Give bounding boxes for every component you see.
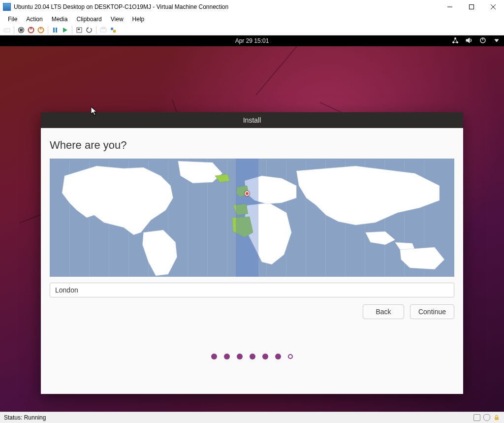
svg-rect-5 <box>5 30 6 30</box>
continue-button[interactable]: Continue <box>410 304 454 319</box>
timezone-input[interactable] <box>50 283 454 297</box>
location-pin-icon <box>245 191 250 196</box>
installer-heading: Where are you? <box>50 139 454 152</box>
shut-down-button[interactable] <box>27 26 35 34</box>
volume-icon[interactable] <box>466 37 472 45</box>
installer-title-bar: Install <box>41 112 463 128</box>
close-button[interactable] <box>482 0 504 14</box>
revert-button[interactable] <box>85 26 93 34</box>
host-title-bar: Ubuntu 20.04 LTS Desktop on DESKTOP-C1O1… <box>0 0 504 14</box>
svg-rect-17 <box>78 29 80 30</box>
back-button[interactable]: Back <box>363 304 404 319</box>
progress-dot <box>262 354 268 359</box>
svg-rect-22 <box>113 30 116 33</box>
menu-clipboard[interactable]: Clipboard <box>72 15 105 24</box>
svg-rect-31 <box>495 417 499 420</box>
start-button[interactable] <box>61 26 69 34</box>
checkpoint-button[interactable] <box>75 26 83 34</box>
clock-label[interactable]: Apr 29 15:01 <box>235 37 269 44</box>
gnome-status-area[interactable] <box>452 35 500 46</box>
window-title: Ubuntu 20.04 LTS Desktop on DESKTOP-C1O1… <box>14 3 228 10</box>
progress-dot <box>224 354 230 359</box>
menu-file[interactable]: File <box>4 15 21 24</box>
vmconnect-icon <box>3 3 11 11</box>
disk-icon <box>473 414 480 421</box>
svg-rect-4 <box>4 29 10 32</box>
svg-marker-29 <box>495 39 499 42</box>
network-icon[interactable] <box>452 37 459 45</box>
host-toolbar <box>0 25 504 35</box>
menu-help[interactable]: Help <box>128 15 149 24</box>
menu-action[interactable]: Action <box>22 15 46 24</box>
chevron-down-icon[interactable] <box>493 37 500 45</box>
minimize-button[interactable] <box>439 0 461 14</box>
svg-rect-19 <box>100 28 106 32</box>
timezone-map[interactable] <box>50 159 454 277</box>
share-button[interactable] <box>109 26 117 34</box>
progress-dots <box>50 319 454 394</box>
progress-dot <box>275 354 281 359</box>
svg-rect-6 <box>6 30 7 30</box>
installer-title: Install <box>243 116 261 124</box>
svg-rect-14 <box>56 28 57 33</box>
selected-timezone-band <box>236 159 258 277</box>
gnome-top-bar: Apr 29 15:01 <box>0 35 504 46</box>
svg-rect-21 <box>111 28 113 30</box>
turn-off-button[interactable] <box>17 26 25 34</box>
svg-marker-15 <box>63 28 67 33</box>
host-menu-bar: File Action Media Clipboard View Help <box>0 14 504 25</box>
progress-dot-current <box>288 354 293 359</box>
svg-rect-1 <box>470 5 474 9</box>
enhanced-session-button[interactable] <box>99 26 107 34</box>
menu-media[interactable]: Media <box>48 15 72 24</box>
progress-dot <box>211 354 217 359</box>
pause-button[interactable] <box>51 26 59 34</box>
vm-viewport[interactable]: Apr 29 15:01 Install Where are you? <box>0 35 504 412</box>
installer-window: Install Where are you? <box>41 112 463 394</box>
svg-marker-26 <box>466 38 470 43</box>
svg-rect-8 <box>20 29 23 32</box>
menu-view[interactable]: View <box>107 15 127 24</box>
save-button[interactable] <box>37 26 45 34</box>
mouse-icon <box>483 414 490 421</box>
status-label: Status: <box>4 414 22 421</box>
status-value: Running <box>24 414 46 421</box>
progress-dot <box>250 354 255 359</box>
maximize-button[interactable] <box>461 0 482 14</box>
ctrl-alt-del-button[interactable] <box>3 26 11 34</box>
svg-rect-13 <box>53 28 55 33</box>
lock-icon <box>493 414 500 421</box>
host-status-bar: Status: Running <box>0 412 504 423</box>
progress-dot <box>237 354 243 359</box>
power-icon[interactable] <box>479 37 486 45</box>
